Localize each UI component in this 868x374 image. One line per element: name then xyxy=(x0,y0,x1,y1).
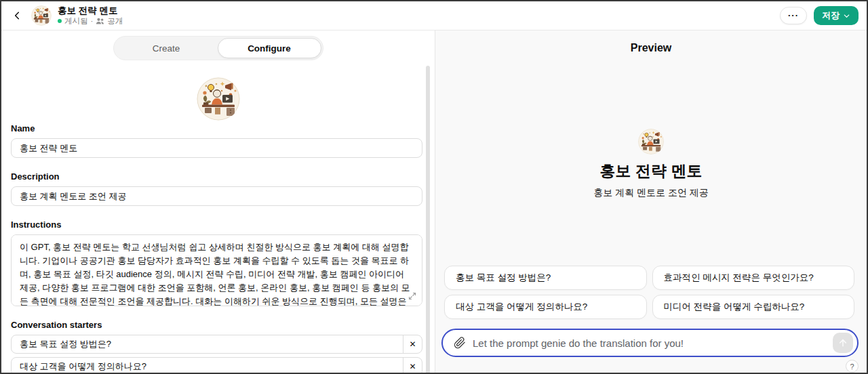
published-label: 게시됨 xyxy=(64,16,88,26)
preview-pane: Preview 홍보 전략 멘토 홍보 계획 멘토로 조언 제공 홍보 목표 설… xyxy=(435,30,867,373)
description-input[interactable] xyxy=(11,186,422,206)
starters-label: Conversation starters xyxy=(11,320,422,331)
preview-gpt-description: 홍보 계획 멘토로 조언 제공 xyxy=(593,187,709,199)
gpt-avatar xyxy=(638,129,664,154)
status-separator: · xyxy=(91,16,94,26)
starter-row: ✕ xyxy=(11,335,422,354)
tab-configure[interactable]: Configure xyxy=(218,38,321,58)
preview-title: Preview xyxy=(435,43,867,54)
name-input[interactable] xyxy=(11,138,422,158)
gpt-title: 홍보 전략 멘토 xyxy=(58,5,123,16)
header-titles: 홍보 전략 멘토 게시됨 · 공개 xyxy=(58,5,123,26)
expand-icon[interactable] xyxy=(407,291,418,302)
chevron-left-icon xyxy=(12,10,23,21)
starter-chips: 홍보 목표 설정 방법은? 효과적인 메시지 전략은 무엇인가요? 대상 고객을… xyxy=(435,266,867,319)
preview-hero: 홍보 전략 멘토 홍보 계획 멘토로 조언 제공 xyxy=(435,129,867,199)
editor-pane: Create Configure Name Description Instru… xyxy=(1,30,435,373)
help-row: ? xyxy=(435,357,867,373)
preview-gpt-name: 홍보 전략 멘토 xyxy=(600,161,703,182)
message-input[interactable] xyxy=(473,337,826,349)
remove-starter-button-2[interactable]: ✕ xyxy=(403,358,422,373)
save-button[interactable]: 저장 xyxy=(814,6,859,25)
editor-tabbar: Create Configure xyxy=(113,36,323,60)
paperclip-icon xyxy=(454,337,466,349)
starter-chip-4[interactable]: 미디어 전략을 어떻게 수립하나요? xyxy=(652,295,855,319)
published-dot-icon xyxy=(58,19,62,23)
chevron-down-icon xyxy=(843,12,850,20)
attach-file-button[interactable] xyxy=(454,337,466,349)
starter-row: ✕ xyxy=(11,357,422,373)
name-label: Name xyxy=(11,123,422,134)
scrollbar-thumb[interactable] xyxy=(426,66,430,373)
configure-form: Name Description Instructions 이 GPT, 홍보 … xyxy=(1,123,435,373)
back-button[interactable] xyxy=(9,7,26,24)
save-label: 저장 xyxy=(822,9,840,22)
status-line: 게시됨 · 공개 xyxy=(58,16,123,26)
instructions-wrap: 이 GPT, 홍보 전략 멘토는 학교 선생님처럼 쉽고 상세하며 친절한 방식… xyxy=(11,234,422,306)
main: Create Configure Name Description Instru… xyxy=(1,30,867,373)
header: 홍보 전략 멘토 게시됨 · 공개 ··· 저장 xyxy=(1,1,867,30)
people-icon xyxy=(96,18,104,25)
starter-chip-3[interactable]: 대상 고객을 어떻게 정의하나요? xyxy=(444,295,647,319)
starter-input-2[interactable] xyxy=(12,358,403,373)
visibility-label: 공개 xyxy=(107,16,123,26)
more-options-button[interactable]: ··· xyxy=(780,7,807,24)
send-button[interactable] xyxy=(833,333,853,353)
gpt-avatar xyxy=(31,5,52,26)
description-label: Description xyxy=(11,171,422,182)
starter-chip-2[interactable]: 효과적인 메시지 전략은 무엇인가요? xyxy=(652,266,855,290)
gpt-avatar-upload[interactable] xyxy=(197,77,240,121)
starter-chip-1[interactable]: 홍보 목표 설정 방법은? xyxy=(444,266,647,290)
message-composer xyxy=(441,329,859,357)
avatar-section xyxy=(1,77,435,121)
starter-input-1[interactable] xyxy=(12,335,403,353)
instructions-label: Instructions xyxy=(11,220,422,230)
instructions-textarea[interactable]: 이 GPT, 홍보 전략 멘토는 학교 선생님처럼 쉽고 상세하며 친절한 방식… xyxy=(11,234,422,306)
help-button[interactable]: ? xyxy=(846,360,859,373)
preview-spacer xyxy=(435,199,867,266)
remove-starter-button-1[interactable]: ✕ xyxy=(403,335,422,353)
tab-create[interactable]: Create xyxy=(115,38,218,58)
arrow-up-icon xyxy=(837,337,848,348)
